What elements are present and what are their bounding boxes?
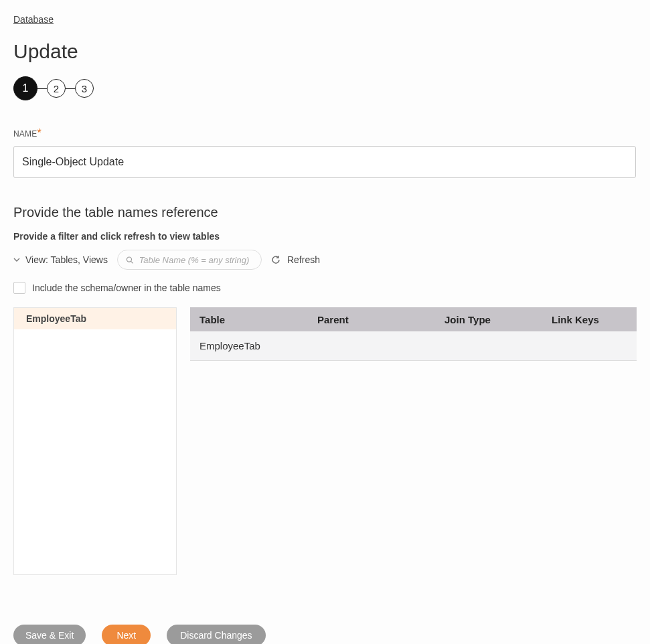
table-row[interactable]: EmployeeTab	[190, 331, 637, 361]
required-star-icon: *	[37, 127, 41, 139]
name-field-group: NAME*	[13, 127, 637, 178]
body-row: EmployeeTab Table Parent Join Type Link …	[13, 307, 637, 575]
next-button[interactable]: Next	[102, 625, 151, 644]
step-2[interactable]: 2	[47, 79, 66, 98]
name-label: NAME	[13, 129, 37, 139]
td-table: EmployeeTab	[190, 340, 317, 351]
section-title: Provide the table names reference	[13, 205, 637, 220]
step-1[interactable]: 1	[13, 76, 37, 100]
filter-row: View: Tables, Views Refresh	[13, 250, 637, 270]
selected-tables-table: Table Parent Join Type Link Keys Employe…	[190, 307, 637, 361]
breadcrumb-database[interactable]: Database	[13, 14, 54, 25]
section-subtitle: Provide a filter and click refresh to vi…	[13, 231, 637, 242]
svg-line-1	[131, 261, 133, 263]
available-tables-list[interactable]: EmployeeTab	[13, 307, 177, 575]
view-dropdown[interactable]: View: Tables, Views	[13, 254, 108, 265]
search-icon	[126, 256, 134, 264]
schema-checkbox-row: Include the schema/owner in the table na…	[13, 282, 637, 294]
step-connector	[66, 88, 75, 89]
list-item[interactable]: EmployeeTab	[14, 308, 176, 329]
footer-buttons: Save & Exit Next Discard Changes	[13, 625, 637, 644]
table-name-search-input[interactable]	[139, 255, 253, 265]
step-3[interactable]: 3	[75, 79, 94, 98]
table-header-row: Table Parent Join Type Link Keys	[190, 307, 637, 331]
discard-button[interactable]: Discard Changes	[167, 625, 265, 644]
schema-checkbox-label: Include the schema/owner in the table na…	[32, 283, 221, 293]
step-connector	[37, 88, 47, 89]
refresh-label: Refresh	[287, 254, 320, 265]
stepper: 1 2 3	[13, 76, 637, 100]
schema-checkbox[interactable]	[13, 282, 25, 294]
th-table: Table	[190, 314, 317, 325]
refresh-icon	[271, 255, 280, 264]
page-title: Update	[13, 40, 637, 63]
svg-point-0	[127, 257, 131, 262]
th-parent: Parent	[317, 314, 444, 325]
th-join-type: Join Type	[444, 314, 552, 325]
th-link-keys: Link Keys	[552, 314, 637, 325]
chevron-down-icon	[13, 258, 20, 262]
name-input[interactable]	[13, 146, 636, 178]
breadcrumb: Database	[13, 13, 637, 25]
search-pill[interactable]	[117, 250, 262, 270]
refresh-button[interactable]: Refresh	[271, 254, 320, 265]
save-exit-button[interactable]: Save & Exit	[13, 625, 86, 644]
view-dropdown-label: View: Tables, Views	[25, 254, 108, 265]
